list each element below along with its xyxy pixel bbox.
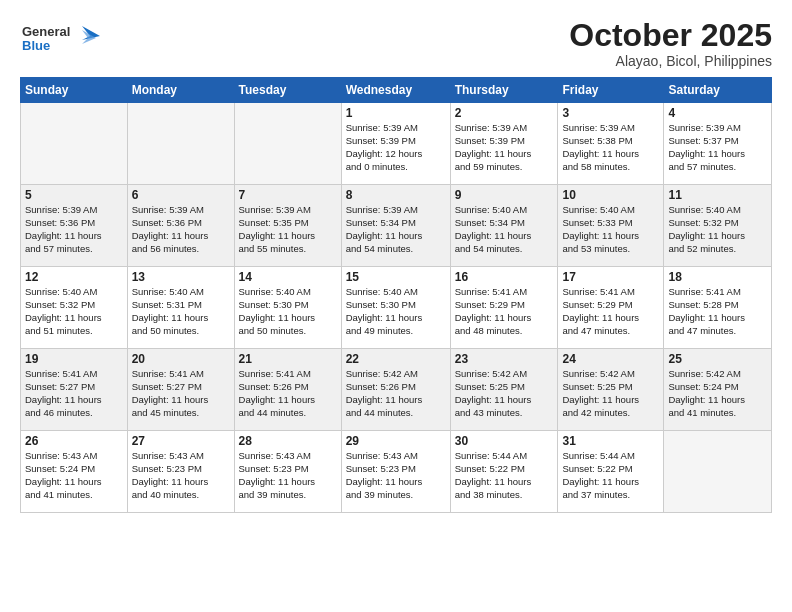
cell-content: Sunrise: 5:42 AM Sunset: 5:25 PM Dayligh… xyxy=(562,368,659,419)
cell-content: Sunrise: 5:41 AM Sunset: 5:26 PM Dayligh… xyxy=(239,368,337,419)
day-number: 21 xyxy=(239,352,337,366)
day-number: 4 xyxy=(668,106,767,120)
day-number: 27 xyxy=(132,434,230,448)
calendar-cell: 21Sunrise: 5:41 AM Sunset: 5:26 PM Dayli… xyxy=(234,349,341,431)
calendar-cell: 14Sunrise: 5:40 AM Sunset: 5:30 PM Dayli… xyxy=(234,267,341,349)
calendar-cell: 4Sunrise: 5:39 AM Sunset: 5:37 PM Daylig… xyxy=(664,103,772,185)
week-row-4: 26Sunrise: 5:43 AM Sunset: 5:24 PM Dayli… xyxy=(21,431,772,513)
day-number: 11 xyxy=(668,188,767,202)
calendar-cell: 27Sunrise: 5:43 AM Sunset: 5:23 PM Dayli… xyxy=(127,431,234,513)
calendar-cell: 3Sunrise: 5:39 AM Sunset: 5:38 PM Daylig… xyxy=(558,103,664,185)
cell-content: Sunrise: 5:44 AM Sunset: 5:22 PM Dayligh… xyxy=(562,450,659,501)
cell-content: Sunrise: 5:42 AM Sunset: 5:26 PM Dayligh… xyxy=(346,368,446,419)
week-row-1: 5Sunrise: 5:39 AM Sunset: 5:36 PM Daylig… xyxy=(21,185,772,267)
cell-content: Sunrise: 5:41 AM Sunset: 5:28 PM Dayligh… xyxy=(668,286,767,337)
cell-content: Sunrise: 5:39 AM Sunset: 5:36 PM Dayligh… xyxy=(132,204,230,255)
cell-content: Sunrise: 5:42 AM Sunset: 5:24 PM Dayligh… xyxy=(668,368,767,419)
calendar-cell: 22Sunrise: 5:42 AM Sunset: 5:26 PM Dayli… xyxy=(341,349,450,431)
calendar-cell xyxy=(664,431,772,513)
day-number: 23 xyxy=(455,352,554,366)
day-number: 8 xyxy=(346,188,446,202)
cell-content: Sunrise: 5:39 AM Sunset: 5:35 PM Dayligh… xyxy=(239,204,337,255)
cell-content: Sunrise: 5:40 AM Sunset: 5:30 PM Dayligh… xyxy=(239,286,337,337)
weekday-wednesday: Wednesday xyxy=(341,78,450,103)
calendar-cell: 31Sunrise: 5:44 AM Sunset: 5:22 PM Dayli… xyxy=(558,431,664,513)
weekday-tuesday: Tuesday xyxy=(234,78,341,103)
calendar-cell: 16Sunrise: 5:41 AM Sunset: 5:29 PM Dayli… xyxy=(450,267,558,349)
day-number: 30 xyxy=(455,434,554,448)
cell-content: Sunrise: 5:41 AM Sunset: 5:27 PM Dayligh… xyxy=(132,368,230,419)
day-number: 18 xyxy=(668,270,767,284)
cell-content: Sunrise: 5:39 AM Sunset: 5:39 PM Dayligh… xyxy=(346,122,446,173)
calendar-cell: 19Sunrise: 5:41 AM Sunset: 5:27 PM Dayli… xyxy=(21,349,128,431)
calendar-cell xyxy=(127,103,234,185)
cell-content: Sunrise: 5:41 AM Sunset: 5:29 PM Dayligh… xyxy=(562,286,659,337)
cell-content: Sunrise: 5:39 AM Sunset: 5:38 PM Dayligh… xyxy=(562,122,659,173)
header: General Blue October 2025 Alayao, Bicol,… xyxy=(20,18,772,69)
calendar-cell: 10Sunrise: 5:40 AM Sunset: 5:33 PM Dayli… xyxy=(558,185,664,267)
day-number: 20 xyxy=(132,352,230,366)
week-row-2: 12Sunrise: 5:40 AM Sunset: 5:32 PM Dayli… xyxy=(21,267,772,349)
logo: General Blue xyxy=(20,18,110,58)
calendar-cell: 11Sunrise: 5:40 AM Sunset: 5:32 PM Dayli… xyxy=(664,185,772,267)
weekday-thursday: Thursday xyxy=(450,78,558,103)
cell-content: Sunrise: 5:40 AM Sunset: 5:33 PM Dayligh… xyxy=(562,204,659,255)
day-number: 3 xyxy=(562,106,659,120)
calendar-cell: 30Sunrise: 5:44 AM Sunset: 5:22 PM Dayli… xyxy=(450,431,558,513)
weekday-header-row: SundayMondayTuesdayWednesdayThursdayFrid… xyxy=(21,78,772,103)
subtitle: Alayao, Bicol, Philippines xyxy=(569,53,772,69)
cell-content: Sunrise: 5:40 AM Sunset: 5:32 PM Dayligh… xyxy=(25,286,123,337)
calendar-cell: 28Sunrise: 5:43 AM Sunset: 5:23 PM Dayli… xyxy=(234,431,341,513)
calendar-cell: 20Sunrise: 5:41 AM Sunset: 5:27 PM Dayli… xyxy=(127,349,234,431)
month-title: October 2025 xyxy=(569,18,772,53)
cell-content: Sunrise: 5:39 AM Sunset: 5:37 PM Dayligh… xyxy=(668,122,767,173)
calendar-cell: 17Sunrise: 5:41 AM Sunset: 5:29 PM Dayli… xyxy=(558,267,664,349)
calendar-cell: 8Sunrise: 5:39 AM Sunset: 5:34 PM Daylig… xyxy=(341,185,450,267)
title-block: October 2025 Alayao, Bicol, Philippines xyxy=(569,18,772,69)
cell-content: Sunrise: 5:40 AM Sunset: 5:31 PM Dayligh… xyxy=(132,286,230,337)
day-number: 17 xyxy=(562,270,659,284)
day-number: 15 xyxy=(346,270,446,284)
cell-content: Sunrise: 5:41 AM Sunset: 5:27 PM Dayligh… xyxy=(25,368,123,419)
day-number: 16 xyxy=(455,270,554,284)
calendar-cell: 5Sunrise: 5:39 AM Sunset: 5:36 PM Daylig… xyxy=(21,185,128,267)
day-number: 12 xyxy=(25,270,123,284)
cell-content: Sunrise: 5:39 AM Sunset: 5:36 PM Dayligh… xyxy=(25,204,123,255)
calendar: SundayMondayTuesdayWednesdayThursdayFrid… xyxy=(20,77,772,513)
day-number: 2 xyxy=(455,106,554,120)
calendar-cell: 9Sunrise: 5:40 AM Sunset: 5:34 PM Daylig… xyxy=(450,185,558,267)
calendar-cell xyxy=(234,103,341,185)
logo-icon: General Blue xyxy=(20,18,110,58)
cell-content: Sunrise: 5:40 AM Sunset: 5:32 PM Dayligh… xyxy=(668,204,767,255)
day-number: 24 xyxy=(562,352,659,366)
calendar-cell: 23Sunrise: 5:42 AM Sunset: 5:25 PM Dayli… xyxy=(450,349,558,431)
cell-content: Sunrise: 5:42 AM Sunset: 5:25 PM Dayligh… xyxy=(455,368,554,419)
day-number: 28 xyxy=(239,434,337,448)
day-number: 13 xyxy=(132,270,230,284)
calendar-cell: 7Sunrise: 5:39 AM Sunset: 5:35 PM Daylig… xyxy=(234,185,341,267)
calendar-cell: 6Sunrise: 5:39 AM Sunset: 5:36 PM Daylig… xyxy=(127,185,234,267)
day-number: 14 xyxy=(239,270,337,284)
day-number: 31 xyxy=(562,434,659,448)
calendar-cell: 25Sunrise: 5:42 AM Sunset: 5:24 PM Dayli… xyxy=(664,349,772,431)
week-row-3: 19Sunrise: 5:41 AM Sunset: 5:27 PM Dayli… xyxy=(21,349,772,431)
calendar-cell: 18Sunrise: 5:41 AM Sunset: 5:28 PM Dayli… xyxy=(664,267,772,349)
svg-text:General: General xyxy=(22,24,70,39)
day-number: 5 xyxy=(25,188,123,202)
cell-content: Sunrise: 5:40 AM Sunset: 5:30 PM Dayligh… xyxy=(346,286,446,337)
cell-content: Sunrise: 5:39 AM Sunset: 5:34 PM Dayligh… xyxy=(346,204,446,255)
calendar-cell: 26Sunrise: 5:43 AM Sunset: 5:24 PM Dayli… xyxy=(21,431,128,513)
day-number: 1 xyxy=(346,106,446,120)
weekday-saturday: Saturday xyxy=(664,78,772,103)
calendar-cell xyxy=(21,103,128,185)
cell-content: Sunrise: 5:39 AM Sunset: 5:39 PM Dayligh… xyxy=(455,122,554,173)
cell-content: Sunrise: 5:44 AM Sunset: 5:22 PM Dayligh… xyxy=(455,450,554,501)
svg-text:Blue: Blue xyxy=(22,38,50,53)
calendar-cell: 12Sunrise: 5:40 AM Sunset: 5:32 PM Dayli… xyxy=(21,267,128,349)
day-number: 10 xyxy=(562,188,659,202)
page: General Blue October 2025 Alayao, Bicol,… xyxy=(0,0,792,612)
day-number: 19 xyxy=(25,352,123,366)
calendar-cell: 29Sunrise: 5:43 AM Sunset: 5:23 PM Dayli… xyxy=(341,431,450,513)
calendar-cell: 1Sunrise: 5:39 AM Sunset: 5:39 PM Daylig… xyxy=(341,103,450,185)
calendar-cell: 2Sunrise: 5:39 AM Sunset: 5:39 PM Daylig… xyxy=(450,103,558,185)
